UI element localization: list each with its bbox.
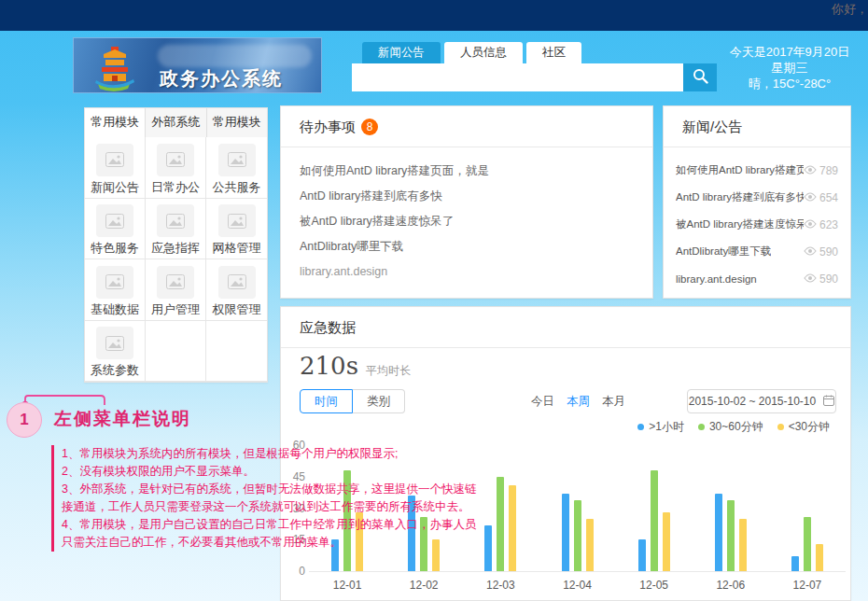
todo-list: 如何使用AntD library搭建页面，就是AntD library搭建到底有… xyxy=(281,147,652,296)
search-input[interactable] xyxy=(352,63,683,91)
todo-item-0[interactable]: 如何使用AntD library搭建页面，就是 xyxy=(300,159,634,184)
news-item-4[interactable]: library.ant.design590 xyxy=(676,265,838,292)
search-button[interactable] xyxy=(683,63,717,91)
bar-series2-12-04 xyxy=(586,519,594,571)
x-tick-label: 12-07 xyxy=(779,579,835,592)
todo-item-3[interactable]: AntDlibraty哪里下载 xyxy=(300,234,634,259)
bar-series1-12-03 xyxy=(497,477,504,571)
sidebar-tab-1[interactable]: 外部系统 xyxy=(146,108,206,137)
annotation-note-2: 3、外部系统，是针对已有的系统，但暂时无法做数据共享，这里提供一个快速链接通道，… xyxy=(62,481,485,516)
image-placeholder-icon xyxy=(96,266,133,299)
date-line: 今天是2017年9月20日 xyxy=(719,44,861,60)
sidebar-module-label: 公共服务 xyxy=(213,180,261,195)
sidebar-module-grid: 新闻公告日常办公公共服务特色服务应急指挥网格管理基础数据用户管理权限管理系统参数 xyxy=(85,137,267,382)
sidebar-empty-cell xyxy=(206,321,267,383)
bar-series0-12-05 xyxy=(638,539,646,571)
news-title: 新闻/公告 xyxy=(682,119,742,134)
news-item-title: library.ant.design xyxy=(676,273,757,285)
annotation-note-3: 4、常用模块，是用户自己设置的自己日常工作中经常用到的菜单入口，办事人员只需关注… xyxy=(62,516,485,552)
sidebar-module-label: 系统参数 xyxy=(91,363,139,378)
bar-series2-12-03 xyxy=(509,485,516,571)
image-placeholder-icon xyxy=(96,204,133,237)
sidebar-tab-0[interactable]: 常用模块 xyxy=(85,108,146,137)
news-header: 新闻/公告 xyxy=(664,106,850,147)
news-card: 新闻/公告 如何使用AntD library搭建页面789AntD librar… xyxy=(663,105,851,299)
sidebar-module-label: 应急指挥 xyxy=(151,241,200,256)
sidebar-module-7[interactable]: 用户管理 xyxy=(146,259,206,321)
annotation-number-circle: 1 xyxy=(7,402,42,438)
bar-series2-12-06 xyxy=(739,519,747,571)
news-item-3[interactable]: AntDlibraty哪里下载590 xyxy=(676,238,838,265)
header-tab-1[interactable]: 人员信息 xyxy=(444,42,523,63)
news-list: 如何使用AntD library搭建页面789AntD library搭建到底有… xyxy=(664,147,850,301)
annotation-title: 左侧菜单栏说明 xyxy=(54,407,191,431)
x-tick-label: 12-03 xyxy=(472,579,528,592)
image-placeholder-icon xyxy=(157,204,194,237)
bar-series0-12-03 xyxy=(484,525,492,572)
news-view-count: 590 xyxy=(804,245,838,259)
sidebar-module-6[interactable]: 基础数据 xyxy=(85,259,146,321)
x-tick-label: 12-02 xyxy=(396,579,452,592)
y-tick-label: 0 xyxy=(281,565,305,578)
bar-series2-12-07 xyxy=(816,544,823,571)
header-tab-bar: 新闻公告人员信息社区 xyxy=(362,42,581,63)
views-number: 789 xyxy=(819,164,838,177)
todo-item-2[interactable]: 被AntD library搭建速度惊呆了 xyxy=(300,209,634,234)
bar-series1-12-06 xyxy=(727,500,735,572)
image-placeholder-icon xyxy=(218,204,256,237)
eye-icon xyxy=(804,218,817,231)
news-item-title: 被AntD library搭建速度惊呆了 xyxy=(676,217,804,231)
header-tab-2[interactable]: 社区 xyxy=(526,42,581,63)
app-window: 你好， 政务办公系统 新闻公告人员信息社区 xyxy=(0,0,868,601)
sidebar-module-4[interactable]: 应急指挥 xyxy=(146,199,206,260)
image-placeholder-icon xyxy=(218,144,256,176)
sidebar-module-label: 日常办公 xyxy=(151,180,200,195)
eye-icon xyxy=(804,245,817,259)
x-tick-label: 12-04 xyxy=(550,579,606,592)
x-tick-label: 12-01 xyxy=(319,579,375,592)
eye-icon xyxy=(804,191,817,204)
weather-line: 晴，15C°-28C° xyxy=(719,76,861,91)
news-view-count: 654 xyxy=(804,191,838,204)
sidebar-tab-bar: 常用模块外部系统常用模块 xyxy=(85,108,267,137)
bar-series1-12-07 xyxy=(804,517,811,572)
image-placeholder-icon xyxy=(96,144,133,176)
image-placeholder-icon xyxy=(157,144,194,176)
gov-building-icon xyxy=(89,43,137,93)
news-view-count: 590 xyxy=(804,273,838,286)
sidebar-module-3[interactable]: 特色服务 xyxy=(85,199,146,260)
news-item-1[interactable]: AntD library搭建到底有多快654 xyxy=(676,184,838,211)
image-placeholder-icon xyxy=(218,266,256,299)
image-placeholder-icon xyxy=(96,327,133,359)
todo-header: 待办事项8 xyxy=(281,106,652,147)
bar-series0-12-06 xyxy=(715,494,722,571)
bar-series1-12-04 xyxy=(574,500,581,572)
todo-item-4[interactable]: library.ant.design xyxy=(300,259,634,285)
chart-x-axis xyxy=(309,571,846,572)
sidebar-module-8[interactable]: 权限管理 xyxy=(206,259,267,321)
sidebar-module-0[interactable]: 新闻公告 xyxy=(85,137,146,199)
sidebar-module-2[interactable]: 公共服务 xyxy=(206,137,267,199)
bar-series0-12-07 xyxy=(791,556,799,571)
todo-item-1[interactable]: AntD library搭建到底有多快 xyxy=(300,184,634,209)
news-item-0[interactable]: 如何使用AntD library搭建页面789 xyxy=(676,157,838,184)
sidebar-module-9[interactable]: 系统参数 xyxy=(85,321,146,383)
eye-icon xyxy=(804,273,817,286)
bar-series2-12-05 xyxy=(663,512,670,571)
logo-banner[interactable]: 政务办公系统 xyxy=(73,37,322,93)
news-item-title: 如何使用AntD library搭建页面 xyxy=(676,163,804,177)
sidebar-modules-card: 常用模块外部系统常用模块 新闻公告日常办公公共服务特色服务应急指挥网格管理基础数… xyxy=(84,107,268,383)
sidebar-module-label: 特色服务 xyxy=(91,241,139,256)
header-tab-0[interactable]: 新闻公告 xyxy=(362,42,441,63)
news-view-count: 623 xyxy=(804,218,838,231)
views-number: 590 xyxy=(819,273,838,286)
news-item-title: AntD library搭建到底有多快 xyxy=(676,190,804,204)
news-item-2[interactable]: 被AntD library搭建速度惊呆了623 xyxy=(676,211,838,238)
views-number: 623 xyxy=(819,218,838,231)
x-tick-label: 12-06 xyxy=(703,579,759,592)
sidebar-tab-2[interactable]: 常用模块 xyxy=(207,108,267,137)
bar-series1-12-05 xyxy=(651,470,658,571)
sidebar-module-1[interactable]: 日常办公 xyxy=(146,137,206,199)
annotation-note-1: 2、没有模块权限的用户不显示菜单。 xyxy=(62,463,485,481)
sidebar-module-5[interactable]: 网格管理 xyxy=(206,199,267,260)
